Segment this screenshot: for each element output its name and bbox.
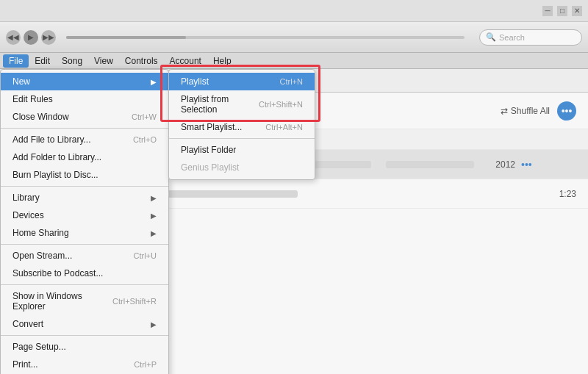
shortcut-playlist-selection: Ctrl+Shift+N [259,100,303,109]
menu-item-burn-playlist-label: Burn Playlist to Disc... [12,170,98,180]
menu-item-devices-label: Devices [12,210,44,220]
menu-item-library[interactable]: Library ▶ [1,189,168,206]
menu-item-show-explorer-label: Show in Windows Explorer [12,291,112,312]
search-icon: 🔍 [486,32,496,42]
separator [1,284,168,285]
menu-item-print-label: Print... [12,359,38,370]
shortcut-add-file: Ctrl+O [133,135,157,144]
song-more-button[interactable]: ••• [521,159,532,170]
menu-item-burn-playlist[interactable]: Burn Playlist to Disc... [1,166,168,184]
menu-item-edit-rules-label: Edit Rules [12,94,53,104]
separator [1,335,168,336]
menu-item-convert-label: Convert [12,319,43,329]
menu-item-add-file[interactable]: Add File to Library... Ctrl+O [1,131,168,148]
menu-view[interactable]: View [88,54,119,68]
forward-button[interactable]: ▶▶ [41,30,56,45]
song-year: 2012 [486,159,515,170]
menu-item-print[interactable]: Print... Ctrl+P [1,356,168,373]
play-button[interactable]: ▶ [24,30,38,45]
submenu-item-playlist-selection-label: Playlist from Selection [181,94,259,115]
menu-item-open-stream[interactable]: Open Stream... Ctrl+U [1,247,168,265]
song-meta [386,161,474,168]
close-button[interactable]: ✕ [572,6,582,16]
shortcut-playlist: Ctrl+N [280,77,303,86]
menu-help[interactable]: Help [207,54,237,68]
menu-item-subscribe-podcast-label: Subscribe to Podcast... [12,268,103,278]
song-title [151,190,298,198]
progress-fill [66,36,186,39]
menu-song[interactable]: Song [56,54,88,68]
submenu-item-playlist-folder-label: Playlist Folder [181,145,236,155]
menu-item-new[interactable]: New ▶ [1,73,168,90]
menu-edit[interactable]: Edit [29,54,56,68]
menu-item-devices[interactable]: Devices ▶ [1,206,168,224]
toolbar: ◀◀ ▶ ▶▶ 🔍 Search [0,22,588,53]
shortcut-open-stream: Ctrl+U [134,251,157,260]
search-placeholder: Search [499,33,525,42]
menu-file[interactable]: File [3,54,29,68]
submenu-item-playlist-selection[interactable]: Playlist from Selection Ctrl+Shift+N [169,90,315,118]
search-box[interactable]: 🔍 Search [479,29,582,46]
shuffle-label: Shuffle All [511,106,550,116]
menu-item-open-stream-label: Open Stream... [12,251,72,261]
menu-item-page-setup[interactable]: Page Setup... [1,338,168,356]
menu-account[interactable]: Account [164,54,207,68]
file-menu-dropdown: New ▶ Edit Rules Close Window Ctrl+W Add… [0,69,169,374]
menu-item-show-explorer[interactable]: Show in Windows Explorer Ctrl+Shift+R [1,287,168,315]
submenu-item-smart-playlist[interactable]: Smart Playlist... Ctrl+Alt+N [169,118,315,136]
menu-item-add-folder-label: Add Folder to Library... [12,152,101,162]
separator [1,186,168,187]
menu-item-convert[interactable]: Convert ▶ [1,315,168,333]
menu-item-library-label: Library [12,193,40,203]
separator [1,244,168,245]
menu-item-close-window-label: Close Window [12,112,69,122]
transport-controls: ◀◀ ▶ ▶▶ [6,30,56,45]
menu-item-new-label: New [12,76,30,87]
more-options-button[interactable]: ••• [557,101,576,121]
shortcut-smart-playlist: Ctrl+Alt+N [265,123,303,132]
submenu-arrow-convert-icon: ▶ [151,320,157,328]
submenu-arrow-home-sharing-icon: ▶ [151,229,157,237]
minimize-button[interactable]: ─ [542,6,553,16]
menu-bar: File Edit Song View Controls Account Hel… [0,53,588,69]
submenu-item-genius-playlist-label: Genius Playlist [181,162,239,173]
submenu-item-playlist-label: Playlist [181,76,209,87]
new-submenu: Playlist Ctrl+N Playlist from Selection … [168,69,315,180]
menu-item-add-file-label: Add File to Library... [12,134,91,145]
shuffle-button[interactable]: ⇄ Shuffle All [501,106,550,116]
shortcut-print: Ctrl+P [134,360,157,369]
maximize-button[interactable]: □ [557,6,567,16]
menu-item-add-folder[interactable]: Add Folder to Library... [1,148,168,166]
submenu-item-smart-playlist-label: Smart Playlist... [181,122,242,132]
submenu-arrow-library-icon: ▶ [151,194,157,202]
submenu-arrow-icon: ▶ [151,78,157,86]
song-duration: 1:23 [547,189,576,199]
shortcut-close-window: Ctrl+W [132,112,157,121]
submenu-item-genius-playlist[interactable]: Genius Playlist [169,159,315,176]
shuffle-icon: ⇄ [501,106,508,116]
menu-item-subscribe-podcast[interactable]: Subscribe to Podcast... [1,265,168,282]
menu-item-close-window[interactable]: Close Window Ctrl+W [1,108,168,126]
back-button[interactable]: ◀◀ [6,30,21,45]
song-row[interactable]: 1:23 [114,179,588,209]
submenu-item-playlist-folder[interactable]: Playlist Folder [169,141,315,159]
separator [1,128,168,129]
shortcut-show-explorer: Ctrl+Shift+R [112,297,157,306]
menu-item-edit-rules[interactable]: Edit Rules [1,90,168,108]
menu-controls[interactable]: Controls [119,54,164,68]
progress-bar[interactable] [66,36,465,39]
menu-item-home-sharing[interactable]: Home Sharing ▶ [1,224,168,242]
submenu-arrow-devices-icon: ▶ [151,212,157,220]
title-bar: ─ □ ✕ [0,0,588,22]
menu-item-page-setup-label: Page Setup... [12,342,66,352]
menu-item-home-sharing-label: Home Sharing [12,228,69,238]
separator [169,138,315,139]
submenu-item-playlist[interactable]: Playlist Ctrl+N [169,73,315,90]
